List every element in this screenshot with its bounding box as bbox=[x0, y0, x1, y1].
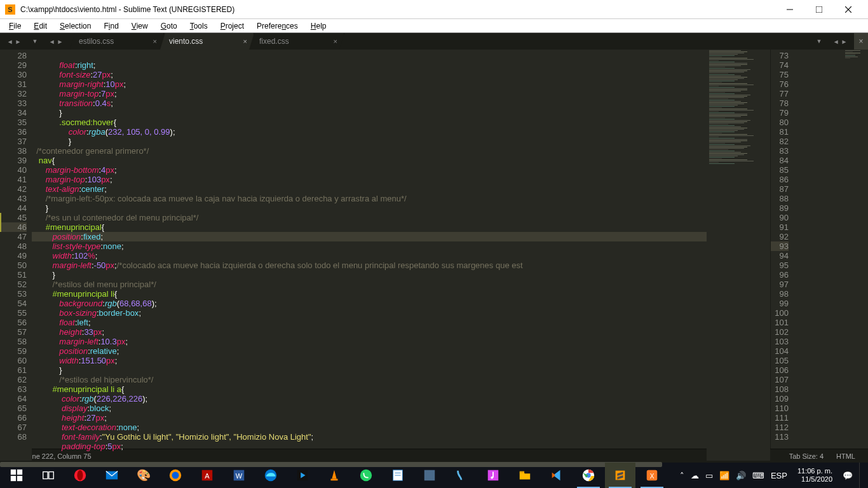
tray-wifi-icon[interactable]: 📶 bbox=[719, 471, 729, 480]
taskbar-app-whatsapp[interactable] bbox=[351, 463, 381, 488]
taskbar-app-vscode[interactable] bbox=[541, 463, 572, 488]
menu-help[interactable]: Help bbox=[306, 20, 332, 32]
tray-battery-icon[interactable]: ▭ bbox=[705, 471, 713, 480]
windows-taskbar: 🎨 A W X ˄ ☁ ▭ 📶 🔊 ⌨ ESP 11:06 p. m. 11/5… bbox=[0, 463, 868, 488]
editor-pane-left: 2829303132333435363738394041424344454647… bbox=[0, 50, 770, 449]
svg-marker-22 bbox=[332, 470, 336, 479]
taskbar-app-screenpresso[interactable] bbox=[446, 463, 477, 488]
menu-project[interactable]: Project bbox=[215, 20, 249, 32]
close-icon[interactable]: × bbox=[243, 37, 247, 45]
taskbar-app-xampp[interactable]: X bbox=[637, 463, 667, 488]
taskbar-app-paint[interactable]: 🎨 bbox=[128, 463, 159, 488]
task-view-button[interactable] bbox=[33, 463, 64, 488]
menu-file[interactable]: File bbox=[4, 20, 26, 32]
tab-viento[interactable]: viento.css× bbox=[160, 33, 254, 50]
tab-size[interactable]: Tab Size: 4 bbox=[783, 452, 830, 460]
svg-rect-37 bbox=[616, 471, 625, 480]
line-gutter[interactable]: 2829303132333435363738394041424344454647… bbox=[0, 50, 32, 461]
tray-onedrive-icon[interactable]: ☁ bbox=[691, 471, 699, 480]
pane-nav-left-arrows[interactable]: ◄ ► bbox=[0, 33, 28, 50]
svg-marker-34 bbox=[552, 472, 556, 478]
svg-rect-5 bbox=[17, 470, 22, 475]
close-icon[interactable]: × bbox=[153, 37, 157, 45]
minimap[interactable] bbox=[707, 50, 770, 461]
taskbar-app-firefox[interactable] bbox=[160, 463, 191, 488]
close-icon[interactable]: × bbox=[334, 37, 337, 45]
taskbar-app-kmplayer[interactable] bbox=[287, 463, 318, 488]
svg-rect-7 bbox=[17, 476, 22, 481]
pane-nav-arrows-2[interactable]: ◄ ► bbox=[42, 33, 70, 50]
svg-text:A: A bbox=[205, 472, 210, 480]
tab-strip: ◄ ► ▼ ◄ ► estilos.css× viento.css× fixed… bbox=[0, 33, 868, 50]
menu-find[interactable]: Find bbox=[98, 20, 123, 32]
editor-area: 2829303132333435363738394041424344454647… bbox=[0, 50, 868, 449]
maximize-button[interactable] bbox=[804, 0, 834, 19]
pane-nav-right-arrows[interactable]: ◄ ► bbox=[826, 38, 854, 45]
start-button[interactable] bbox=[1, 463, 32, 488]
show-desktop-button[interactable] bbox=[859, 463, 863, 488]
syntax-mode[interactable]: HTML bbox=[830, 452, 862, 460]
svg-point-11 bbox=[77, 470, 83, 481]
taskbar-app-chrome[interactable] bbox=[573, 463, 604, 488]
menu-view[interactable]: View bbox=[126, 20, 153, 32]
taskbar-app-edge[interactable] bbox=[255, 463, 286, 488]
svg-rect-23 bbox=[331, 479, 338, 481]
menu-edit[interactable]: Edit bbox=[29, 20, 52, 32]
svg-rect-32 bbox=[520, 471, 524, 473]
svg-rect-8 bbox=[43, 472, 48, 479]
close-button[interactable] bbox=[834, 0, 863, 19]
title-bar: S C:\xampp\htdocs\viento.html - Sublime … bbox=[0, 0, 868, 19]
svg-text:X: X bbox=[650, 473, 654, 480]
svg-rect-31 bbox=[492, 472, 494, 478]
svg-rect-9 bbox=[49, 472, 53, 479]
svg-rect-6 bbox=[11, 476, 16, 481]
taskbar-app-sublime[interactable] bbox=[605, 463, 635, 488]
taskbar-app-vlc[interactable] bbox=[319, 463, 349, 488]
taskbar-app-notepad[interactable] bbox=[383, 463, 413, 488]
taskbar-app-music[interactable] bbox=[478, 463, 508, 488]
tray-keyboard-icon[interactable]: ⌨ bbox=[752, 471, 764, 480]
tab-fixed[interactable]: fixed.css× bbox=[250, 33, 344, 50]
tray-language[interactable]: ESP bbox=[771, 471, 787, 480]
minimize-button[interactable] bbox=[775, 0, 804, 19]
taskbar-app-iwp[interactable] bbox=[414, 463, 445, 488]
svg-rect-4 bbox=[11, 470, 16, 475]
pane-tab-dropdown-right[interactable]: ▼ bbox=[812, 38, 826, 44]
taskbar-app-acrobat[interactable]: A bbox=[192, 463, 222, 488]
line-gutter-right[interactable]: 7374757677787980818283848586878889909192… bbox=[771, 50, 792, 449]
window-title: C:\xampp\htdocs\viento.html - Sublime Te… bbox=[20, 5, 775, 14]
menu-bar: File Edit Selection Find View Goto Tools… bbox=[0, 19, 868, 33]
taskbar-app-explorer[interactable] bbox=[510, 463, 540, 488]
svg-text:W: W bbox=[236, 472, 243, 480]
menu-selection[interactable]: Selection bbox=[55, 20, 96, 32]
pane-tab-dropdown[interactable]: ▼ bbox=[28, 33, 42, 50]
tray-chevron-up-icon[interactable]: ˄ bbox=[680, 471, 684, 480]
system-tray: ˄ ☁ ▭ 📶 🔊 ⌨ ESP 11:06 p. m. 11/5/2020 💬 bbox=[680, 463, 867, 488]
code-editor-right[interactable] bbox=[792, 50, 843, 449]
taskbar-app-opera[interactable] bbox=[65, 463, 95, 488]
close-pane-button[interactable]: × bbox=[854, 33, 868, 50]
svg-point-24 bbox=[360, 470, 372, 481]
taskbar-app-word[interactable]: W bbox=[224, 463, 254, 488]
menu-preferences[interactable]: Preferences bbox=[252, 20, 303, 32]
tab-estilos[interactable]: estilos.css× bbox=[70, 33, 164, 50]
tray-notifications-icon[interactable]: 💬 bbox=[843, 471, 853, 480]
editor-pane-right: 7374757677787980818283848586878889909192… bbox=[770, 50, 868, 449]
svg-rect-28 bbox=[424, 470, 435, 481]
app-logo-icon: S bbox=[5, 4, 15, 15]
taskbar-app-mail[interactable] bbox=[97, 463, 127, 488]
minimap-right[interactable] bbox=[843, 50, 868, 449]
tray-volume-icon[interactable]: 🔊 bbox=[736, 471, 746, 480]
code-editor[interactable]: float:right; font-size:27px; margin-righ… bbox=[32, 50, 707, 461]
svg-rect-1 bbox=[816, 6, 822, 13]
menu-tools[interactable]: Tools bbox=[185, 20, 213, 32]
tray-clock[interactable]: 11:06 p. m. 11/5/2020 bbox=[794, 467, 836, 484]
menu-goto[interactable]: Goto bbox=[156, 20, 182, 32]
horizontal-scrollbar[interactable] bbox=[0, 461, 770, 461]
svg-point-14 bbox=[172, 472, 179, 479]
